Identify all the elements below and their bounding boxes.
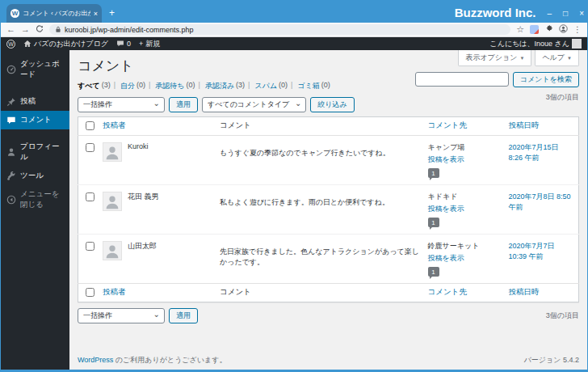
view-post-link[interactable]: 投稿を表示 xyxy=(428,154,464,165)
window-title: Buzzword Inc. xyxy=(455,6,536,19)
screen-options-button[interactable]: 表示オプション▼ xyxy=(458,50,531,66)
capture-extension-icon[interactable] xyxy=(530,25,539,34)
header-comment: コメント xyxy=(216,117,424,136)
sidebar-item-dashboard[interactable]: ダッシュボード xyxy=(1,55,69,84)
header-date[interactable]: 投稿日時 xyxy=(505,117,579,136)
row-checkbox[interactable] xyxy=(86,192,94,201)
comment-count-badge[interactable]: 1 xyxy=(428,267,439,277)
comment-date-link[interactable]: 2020年7月8日 8:50 午前 xyxy=(509,192,571,211)
view-pending[interactable]: 承認待ち(0) xyxy=(145,81,195,91)
dashboard-icon xyxy=(6,65,16,74)
table-header-row: 投稿者 コメント コメント先 投稿日時 xyxy=(78,117,579,136)
admin-sidebar: ダッシュボード 投稿 コメント プロフィール ツール メニューを閉じる xyxy=(1,50,69,370)
response-post-title[interactable]: キドキド xyxy=(428,192,501,202)
view-spam[interactable]: スパム(0) xyxy=(245,81,288,91)
url-bar[interactable]: kuroobi.jp/wp-admin/edit-comments.php xyxy=(49,24,510,35)
bulk-action-select[interactable]: 一括操作 xyxy=(78,97,165,112)
sidebar-item-comments[interactable]: コメント xyxy=(1,111,69,129)
response-post-title[interactable]: 鈴鹿サーキット xyxy=(428,241,501,252)
avatar xyxy=(103,192,122,211)
browser-toolbar: ← → kuroobi.jp/wp-admin/edit-comments.ph… xyxy=(1,23,587,37)
help-button[interactable]: ヘルプ▼ xyxy=(535,50,579,66)
response-post-title[interactable]: キャンプ場 xyxy=(428,142,501,153)
select-all-checkbox[interactable] xyxy=(86,121,94,130)
view-post-link[interactable]: 投稿を表示 xyxy=(428,253,464,264)
admin-bar-account[interactable]: こんにちは、Inoue さん xyxy=(490,39,582,49)
header-author[interactable]: 投稿者 xyxy=(99,284,216,302)
sidebar-item-posts[interactable]: 投稿 xyxy=(1,92,69,111)
wp-admin-bar: W バズのお出かけブログ 0 + 新規 こんにちは、Inoue さん xyxy=(1,37,587,50)
apply-button-bottom[interactable]: 適用 xyxy=(169,308,198,323)
admin-bar-site-link[interactable]: バズのお出かけブログ xyxy=(23,39,108,49)
admin-bar-new[interactable]: + 新規 xyxy=(139,39,160,49)
home-icon xyxy=(23,40,32,48)
greeting-text: こんにちは、Inoue さん xyxy=(490,39,570,49)
thanks-text: のご利用ありがとうございます。 xyxy=(113,356,226,364)
browser-tab[interactable]: W コメント ‹ バズのお出かけブログ — W × xyxy=(6,4,102,23)
back-icon[interactable]: ← xyxy=(6,25,15,34)
admin-footer: WordPress のご利用ありがとうございます。 バージョン 5.4.2 xyxy=(78,355,579,366)
avatar xyxy=(572,39,582,49)
tab-close-icon[interactable]: × xyxy=(94,10,98,18)
search-comments-button[interactable]: コメントを検索 xyxy=(513,72,579,87)
admin-content: 表示オプション▼ ヘルプ▼ コメント すべて(3) 自分(0) 承認待ち(0) … xyxy=(69,50,587,370)
extensions-puzzle-icon[interactable] xyxy=(544,24,553,35)
wordpress-link[interactable]: WordPress xyxy=(78,356,113,364)
view-mine[interactable]: 自分(0) xyxy=(111,81,145,91)
comment-date-link[interactable]: 2020年7月7日 10:39 午前 xyxy=(509,242,555,260)
filter-button[interactable]: 絞り込み xyxy=(310,97,354,112)
browser-menu-icon[interactable]: ⋮ xyxy=(573,25,582,34)
comments-icon xyxy=(6,116,16,125)
comment-count-badge[interactable]: 1 xyxy=(428,168,439,178)
minimize-button[interactable]: – xyxy=(548,9,552,18)
new-tab-button[interactable]: + xyxy=(109,7,115,19)
profile-icon[interactable] xyxy=(559,24,568,35)
comment-count-badge[interactable]: 1 xyxy=(428,218,439,227)
sidebar-item-profile[interactable]: プロフィール xyxy=(1,137,69,167)
view-all[interactable]: すべて(3) xyxy=(78,81,111,91)
row-checkbox[interactable] xyxy=(86,143,94,152)
select-all-checkbox[interactable] xyxy=(86,288,94,297)
forward-icon[interactable]: → xyxy=(21,25,30,34)
admin-bar-comments[interactable]: 0 xyxy=(116,40,131,48)
header-in-response-to[interactable]: コメント先 xyxy=(424,117,505,136)
comment-author: Kuroki xyxy=(128,142,149,150)
item-count: 3個の項目 xyxy=(546,92,579,103)
comment-author: 山田太郎 xyxy=(128,241,157,252)
header-date[interactable]: 投稿日時 xyxy=(505,284,579,302)
comment-type-select[interactable]: すべてのコメントタイプ xyxy=(202,97,306,112)
close-button[interactable]: × xyxy=(579,9,584,18)
table-footer-row: 投稿者 コメント コメント先 投稿日時 xyxy=(78,284,579,302)
row-checkbox[interactable] xyxy=(86,242,94,251)
bookmark-star-icon[interactable]: ☆ xyxy=(516,25,524,34)
comment-bubble-icon xyxy=(116,40,124,48)
comment-date-link[interactable]: 2020年7月15日 8:26 午前 xyxy=(509,143,559,162)
comment-row: 花田 義男 私もよく遊びに行きます。雨の日とか便利ですね。 キドキド 投稿を表示… xyxy=(78,185,579,235)
sidebar-item-collapse-menu[interactable]: メニューを閉じる xyxy=(1,185,69,214)
item-count-bottom: 3個の項目 xyxy=(546,311,579,321)
window-controls: – □ × xyxy=(548,9,584,18)
sidebar-item-tools[interactable]: ツール xyxy=(1,167,69,185)
maximize-button[interactable]: □ xyxy=(563,9,568,18)
comment-text: もうすぐ夏の季節なのでキャンプ行きたいですね。 xyxy=(216,136,424,185)
view-post-link[interactable]: 投稿を表示 xyxy=(428,204,464,214)
comment-author: 花田 義男 xyxy=(128,192,159,202)
header-author[interactable]: 投稿者 xyxy=(99,117,216,136)
reload-icon[interactable] xyxy=(36,25,44,35)
browser-window: W コメント ‹ バズのお出かけブログ — W × + Buzzword Inc… xyxy=(0,0,588,372)
browser-titlebar: W コメント ‹ バズのお出かけブログ — W × + Buzzword Inc… xyxy=(1,0,587,23)
wp-logo-icon[interactable]: W xyxy=(6,40,15,49)
chevron-down-icon: ▼ xyxy=(519,56,524,61)
view-approved[interactable]: 承認済み(3) xyxy=(195,81,246,91)
bulk-action-select-bottom[interactable]: 一括操作 xyxy=(78,308,165,323)
wordpress-favicon-icon: W xyxy=(10,9,19,18)
apply-button[interactable]: 適用 xyxy=(169,97,198,112)
header-in-response-to[interactable]: コメント先 xyxy=(424,284,505,302)
wrench-icon xyxy=(6,171,16,181)
user-icon xyxy=(6,147,16,157)
avatar xyxy=(103,142,122,162)
comment-text: 私もよく遊びに行きます。雨の日とか便利ですね。 xyxy=(216,185,424,235)
search-comments-input[interactable] xyxy=(415,72,509,87)
view-trash[interactable]: ゴミ箱(0) xyxy=(288,81,330,91)
version-text: バージョン 5.4.2 xyxy=(524,355,579,366)
